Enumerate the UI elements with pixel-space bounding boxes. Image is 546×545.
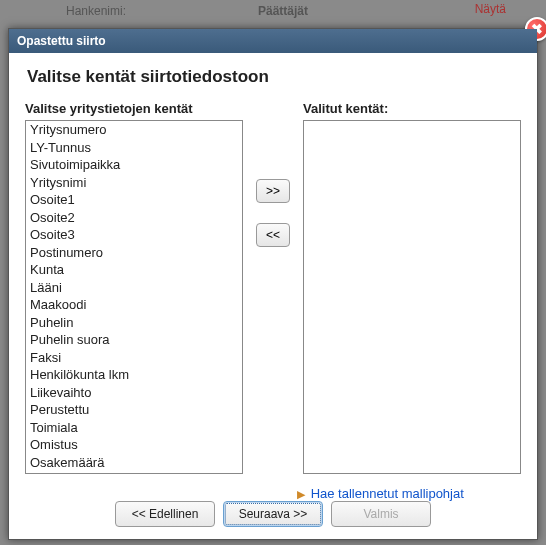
available-fields-listbox[interactable]: YritysnumeroLY-TunnusSivutoimipaikkaYrit…	[25, 120, 243, 474]
list-item[interactable]: Kunta	[26, 261, 242, 279]
page-title: Valitse kentät siirtotiedostoon	[27, 67, 521, 87]
list-item[interactable]: Osoite1	[26, 191, 242, 209]
list-item[interactable]: LY-Tunnus	[26, 139, 242, 157]
list-item[interactable]: Osakemäärä	[26, 454, 242, 472]
list-item[interactable]: Yritysnimi	[26, 174, 242, 192]
bg-show-label: Näytä	[475, 2, 506, 16]
selected-fields-listbox[interactable]	[303, 120, 521, 474]
finish-button: Valmis	[331, 501, 431, 527]
move-left-button[interactable]: <<	[256, 223, 290, 247]
load-templates-link[interactable]: Hae tallennetut mallipohjat	[311, 486, 464, 501]
list-item[interactable]: Puhelin suora	[26, 331, 242, 349]
list-item[interactable]: Faksi	[26, 349, 242, 367]
next-button[interactable]: Seuraava >>	[223, 501, 323, 527]
list-item[interactable]: Omistus	[26, 436, 242, 454]
list-item[interactable]: Toimiala	[26, 419, 242, 437]
list-item[interactable]: Maakoodi	[26, 296, 242, 314]
available-fields-label: Valitse yritystietojen kentät	[25, 101, 243, 116]
selected-fields-label: Valitut kentät:	[303, 101, 521, 116]
list-item[interactable]: Sivutoimipaikka	[26, 156, 242, 174]
bg-section-label: Päättäjät	[258, 4, 308, 18]
move-right-button[interactable]: >>	[256, 179, 290, 203]
arrow-right-icon: ▶	[297, 488, 305, 500]
list-item[interactable]: Lääni	[26, 279, 242, 297]
list-item[interactable]: Yritysnumero	[26, 121, 242, 139]
bg-field-label: Hankenimi:	[66, 4, 126, 18]
list-item[interactable]: Perustettu	[26, 401, 242, 419]
list-item[interactable]: Liikevaihto	[26, 384, 242, 402]
previous-button[interactable]: << Edellinen	[115, 501, 215, 527]
wizard-modal: ✖ Opastettu siirto Valitse kentät siirto…	[8, 28, 538, 540]
list-item[interactable]: Puhelin	[26, 314, 242, 332]
list-item[interactable]: Henkilökunta lkm	[26, 366, 242, 384]
modal-title: Opastettu siirto	[17, 34, 106, 48]
list-item[interactable]: Osoite3	[26, 226, 242, 244]
modal-header: Opastettu siirto	[9, 29, 537, 53]
list-item[interactable]: Osoite2	[26, 209, 242, 227]
list-item[interactable]: Postinumero	[26, 244, 242, 262]
